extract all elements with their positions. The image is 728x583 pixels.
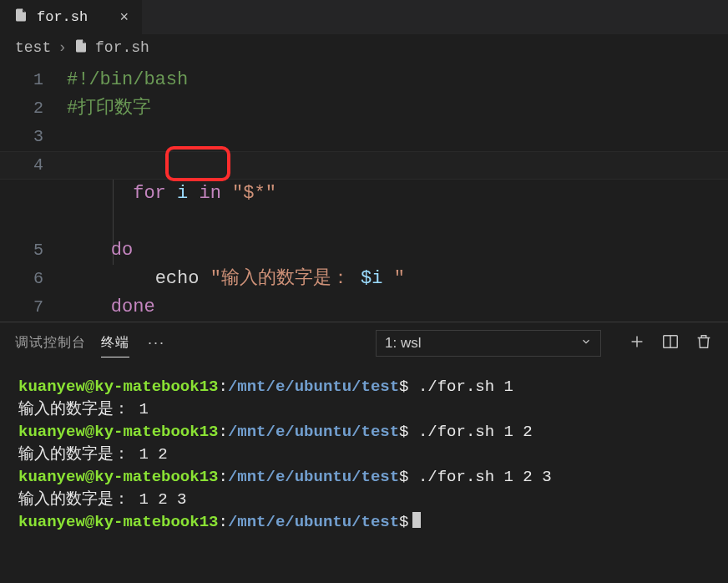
terminal-line: kuanyew@ky-matebook13:/mnt/e/ubuntu/test… <box>18 466 710 489</box>
chevron-right-icon: › <box>58 39 67 56</box>
file-icon <box>73 38 88 58</box>
terminal-selector-label: 1: wsl <box>385 335 421 352</box>
code-text: #!/bin/bash <box>67 69 188 90</box>
code-text: i <box>166 183 200 204</box>
breadcrumb-folder[interactable]: test <box>15 39 51 56</box>
terminal-line: kuanyew@ky-matebook13:/mnt/e/ubuntu/test… <box>18 421 710 444</box>
line-number: 6 <box>0 265 67 293</box>
tab-for-sh[interactable]: for.sh × <box>0 0 142 34</box>
breadcrumb[interactable]: test › for.sh <box>0 34 728 61</box>
line-number: 2 <box>0 94 67 123</box>
trash-icon[interactable] <box>695 332 713 354</box>
line-number: 4 <box>0 151 67 180</box>
line-number: 5 <box>0 236 67 265</box>
tab-debug-console[interactable]: 调试控制台 <box>15 329 86 357</box>
line-number: 3 <box>0 123 67 151</box>
terminal-line: kuanyew@ky-matebook13:/mnt/e/ubuntu/test… <box>18 511 710 534</box>
code-text: in <box>199 183 220 204</box>
more-icon[interactable]: ··· <box>144 334 169 352</box>
line-number: 1 <box>0 66 67 94</box>
panel-header: 调试控制台 终端 ··· 1: wsl <box>0 322 728 364</box>
split-terminal-icon[interactable] <box>661 332 680 354</box>
new-terminal-icon[interactable] <box>628 332 646 354</box>
code-text: "$*" <box>232 183 276 204</box>
terminal[interactable]: kuanyew@ky-matebook13:/mnt/e/ubuntu/test… <box>0 364 728 583</box>
code-text: do <box>111 240 133 261</box>
close-icon[interactable]: × <box>119 8 129 26</box>
chevron-down-icon <box>580 335 592 352</box>
tab-bar: for.sh × <box>0 0 728 34</box>
tab-filename: for.sh <box>37 9 88 25</box>
breadcrumb-file[interactable]: for.sh <box>95 39 149 56</box>
cursor <box>412 512 421 528</box>
code-text: "输入的数字是： <box>210 268 361 289</box>
line-number: 7 <box>0 293 67 322</box>
code-text: for <box>133 183 166 204</box>
code-text: $i <box>361 268 382 289</box>
code-text: #打印数字 <box>67 98 151 119</box>
terminal-selector[interactable]: 1: wsl <box>376 330 601 357</box>
terminal-line: 输入的数字是： 1 <box>18 398 710 421</box>
terminal-line: 输入的数字是： 1 2 <box>18 444 710 466</box>
tab-terminal[interactable]: 终端 <box>101 329 129 357</box>
terminal-line: 输入的数字是： 1 2 3 <box>18 489 710 511</box>
terminal-line: kuanyew@ky-matebook13:/mnt/e/ubuntu/test… <box>18 376 710 398</box>
bottom-panel: 调试控制台 终端 ··· 1: wsl kuanyew@ky-matebook1… <box>0 322 728 583</box>
code-text: done <box>111 297 155 317</box>
code-editor[interactable]: 1 #!/bin/bash 2 #打印数字 3 4 for i in "$*" … <box>0 61 728 322</box>
code-text: " <box>382 268 404 289</box>
code-text: echo <box>155 268 210 289</box>
file-icon <box>13 8 28 27</box>
